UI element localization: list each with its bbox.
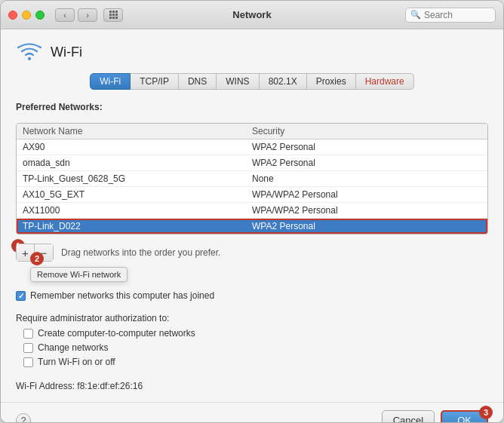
drag-hint: Drag networks into the order you prefer. xyxy=(61,247,220,258)
require-checkbox-3[interactable] xyxy=(23,357,33,367)
table-row-selected[interactable]: TP-Link_D022 WPA2 Personal xyxy=(17,219,487,234)
require-option-2[interactable]: Change networks xyxy=(23,342,488,353)
remember-networks-row[interactable]: Remember networks this computer has join… xyxy=(16,290,488,301)
wifi-icon xyxy=(16,41,43,63)
wifi-header: Wi-Fi xyxy=(16,41,488,63)
network-window: ‹ › Network 🔍 xyxy=(0,0,504,423)
table-header: Network Name Security xyxy=(17,124,487,139)
content-area: Wi-Fi Wi-Fi TCP/IP DNS WINS 802.1X Proxi… xyxy=(1,29,503,402)
require-option-label-1: Create computer-to-computer networks xyxy=(38,328,195,339)
tab-hardware[interactable]: Hardware xyxy=(356,73,414,90)
maximize-button[interactable] xyxy=(35,11,45,20)
table-body: AX90 WPA2 Personal omada_sdn WPA2 Person… xyxy=(17,139,487,234)
require-option-3[interactable]: Turn Wi-Fi on or off xyxy=(23,357,488,367)
footer-buttons: Cancel 3 OK xyxy=(382,410,488,423)
preferred-networks-label: Preferred Networks: xyxy=(16,102,488,112)
bottom-controls: 1 + − 2 Remove Wi-Fi network Drag networ… xyxy=(16,244,488,262)
table-row[interactable]: omada_sdn WPA2 Personal xyxy=(17,155,487,171)
minimize-button[interactable] xyxy=(22,11,31,20)
remember-checkbox[interactable] xyxy=(16,291,26,301)
svg-point-0 xyxy=(28,57,31,60)
tab-proxies[interactable]: Proxies xyxy=(307,73,356,90)
badge-3: 3 xyxy=(479,406,493,419)
col-network-header: Network Name xyxy=(23,126,252,136)
col-security-header: Security xyxy=(252,126,481,136)
wifi-label: Wi-Fi xyxy=(51,44,82,60)
search-input[interactable] xyxy=(424,10,484,20)
require-checkbox-2[interactable] xyxy=(23,343,33,353)
add-remove-group: + − 2 Remove Wi-Fi network xyxy=(16,244,54,262)
close-button[interactable] xyxy=(8,11,17,20)
search-icon: 🔍 xyxy=(410,10,421,20)
require-option-label-2: Change networks xyxy=(38,342,108,353)
table-row[interactable]: TP-Link_Guest_0628_5G None xyxy=(17,171,487,187)
nav-buttons: ‹ › xyxy=(55,8,97,22)
remember-label: Remember networks this computer has join… xyxy=(30,290,214,301)
require-option-1[interactable]: Create computer-to-computer networks xyxy=(23,328,488,339)
table-row[interactable]: AX11000 WPA/WPA2 Personal xyxy=(17,203,487,219)
require-checkbox-1[interactable] xyxy=(23,329,33,339)
footer: ? Cancel 3 OK xyxy=(1,402,503,423)
remove-tooltip: Remove Wi-Fi network xyxy=(30,267,128,282)
tab-tcpip[interactable]: TCP/IP xyxy=(131,73,179,90)
help-button[interactable]: ? xyxy=(16,413,31,424)
titlebar: ‹ › Network 🔍 xyxy=(1,1,503,29)
wifi-address-label: Wi-Fi Address: xyxy=(16,381,75,391)
grid-button[interactable] xyxy=(103,8,123,22)
badge-2: 2 xyxy=(30,252,44,265)
back-button[interactable]: ‹ xyxy=(55,8,75,22)
require-option-label-3: Turn Wi-Fi on or off xyxy=(38,357,115,367)
search-box[interactable]: 🔍 xyxy=(405,8,496,23)
require-options: Create computer-to-computer networks Cha… xyxy=(23,328,488,367)
table-row[interactable]: AX10_5G_EXT WPA/WPA2 Personal xyxy=(17,187,487,203)
require-label: Require administrator authorization to: xyxy=(16,313,488,323)
window-title: Network xyxy=(232,9,271,20)
wifi-address: Wi-Fi Address: f8:1e:df:ef:26:16 xyxy=(16,381,488,391)
cancel-button[interactable]: Cancel xyxy=(382,410,435,423)
network-table: Network Name Security AX90 WPA2 Personal… xyxy=(16,123,488,234)
tab-wifi[interactable]: Wi-Fi xyxy=(90,73,131,90)
forward-button[interactable]: › xyxy=(78,8,97,22)
require-section: Require administrator authorization to: … xyxy=(16,313,488,367)
tab-8021x[interactable]: 802.1X xyxy=(260,73,307,90)
tabs-bar: Wi-Fi TCP/IP DNS WINS 802.1X Proxies Har… xyxy=(16,73,488,90)
tab-wins[interactable]: WINS xyxy=(217,73,259,90)
table-row[interactable]: AX90 WPA2 Personal xyxy=(17,139,487,155)
wifi-address-value: f8:1e:df:ef:26:16 xyxy=(77,381,143,391)
tab-dns[interactable]: DNS xyxy=(179,73,217,90)
traffic-lights xyxy=(8,11,45,20)
